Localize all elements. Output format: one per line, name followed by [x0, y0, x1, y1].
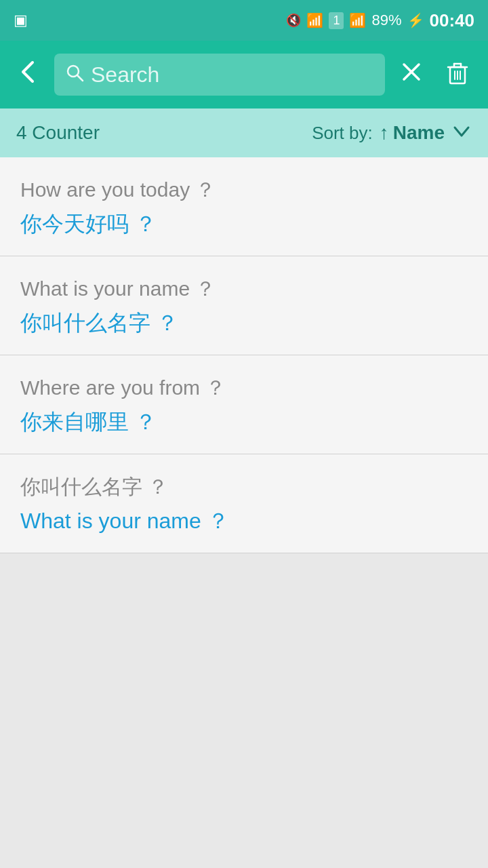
search-bar — [0, 41, 488, 108]
item-line2: What is your name ？ — [20, 507, 468, 536]
item-line2: 你来自哪里 ？ — [20, 408, 468, 437]
svg-point-0 — [68, 66, 79, 77]
screen-icon: ▣ — [14, 12, 28, 29]
back-button[interactable] — [11, 54, 46, 96]
time-label: 00:40 — [430, 10, 475, 31]
status-right: 🔇 📶 1 📶 89% ⚡ 00:40 — [286, 10, 474, 31]
status-left: ▣ — [14, 12, 28, 29]
wifi-icon: 📶 — [306, 12, 323, 28]
sort-field-label: Name — [393, 122, 445, 144]
clear-button[interactable] — [393, 54, 430, 96]
item-line1: Where are you from ？ — [20, 374, 468, 402]
sort-bar: 4 Counter Sort by: ↑ Name — [0, 108, 488, 157]
search-input[interactable] — [91, 62, 374, 87]
lightning-icon: ⚡ — [407, 12, 424, 28]
sort-dropdown-button[interactable] — [451, 121, 472, 146]
list-item[interactable]: Where are you from ？ 你来自哪里 ？ — [0, 355, 488, 454]
item-line1: 你叫什么名字 ？ — [20, 473, 468, 501]
trash-button[interactable] — [438, 52, 477, 98]
list-container: How are you today ？ 你今天好吗 ？ What is your… — [0, 157, 488, 553]
item-line1: What is your name ？ — [20, 275, 468, 303]
item-line2: 你叫什么名字 ？ — [20, 309, 468, 338]
item-line1: How are you today ？ — [20, 176, 468, 204]
status-bar: ▣ 🔇 📶 1 📶 89% ⚡ 00:40 — [0, 0, 488, 41]
item-line2: 你今天好吗 ？ — [20, 210, 468, 239]
counter-label: 4 Counter — [16, 122, 312, 144]
list-item[interactable]: How are you today ？ 你今天好吗 ？ — [0, 157, 488, 256]
search-container — [54, 54, 385, 96]
sort-direction-icon: ↑ — [380, 122, 389, 144]
sim-icon: 1 — [329, 12, 344, 29]
sort-by-label: Sort by: — [312, 123, 373, 144]
signal-icon: 📶 — [349, 12, 366, 28]
mute-icon: 🔇 — [286, 13, 301, 28]
svg-line-1 — [78, 75, 83, 81]
battery-label: 89% — [371, 12, 401, 29]
list-item[interactable]: 你叫什么名字 ？ What is your name ？ — [0, 454, 488, 553]
search-icon — [65, 63, 84, 87]
list-item[interactable]: What is your name ？ 你叫什么名字 ？ — [0, 256, 488, 355]
